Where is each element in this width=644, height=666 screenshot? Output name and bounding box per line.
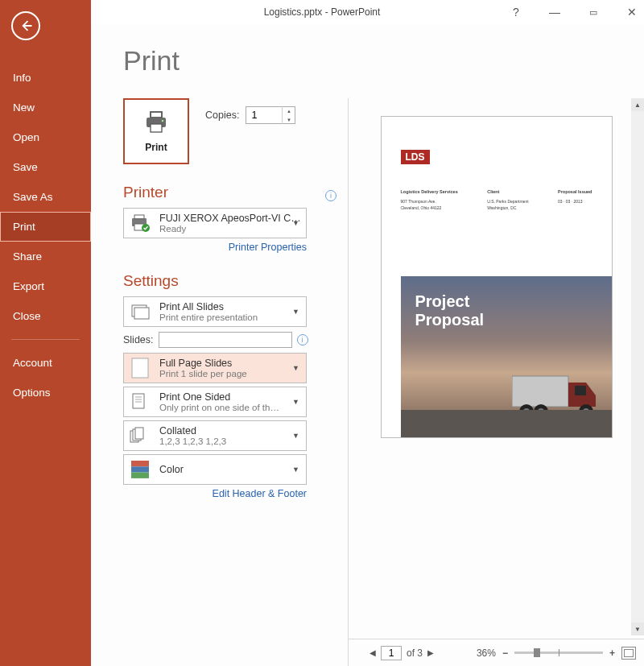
layout-title: Full Page Slides bbox=[159, 358, 301, 369]
svg-rect-22 bbox=[575, 386, 586, 395]
svg-point-24 bbox=[523, 408, 530, 415]
svg-rect-18 bbox=[131, 461, 149, 466]
slides-label: Slides: bbox=[123, 334, 154, 345]
color-selector[interactable]: Color ▼ bbox=[123, 454, 307, 485]
sidebar-item-open[interactable]: Open bbox=[0, 122, 91, 152]
svg-point-26 bbox=[538, 408, 544, 415]
page-total: of 3 bbox=[407, 647, 423, 659]
duplex-selector[interactable]: Print One Sided Only print on one side o… bbox=[123, 387, 307, 417]
color-title: Color bbox=[159, 464, 301, 475]
copies-up[interactable]: ▲ bbox=[283, 106, 295, 115]
svg-rect-17 bbox=[135, 428, 143, 439]
chevron-down-icon: ▼ bbox=[292, 308, 299, 316]
svg-rect-9 bbox=[134, 308, 149, 319]
collate-selector[interactable]: Collated 1,2,3 1,2,3 1,2,3 ▼ bbox=[123, 420, 307, 451]
page-number-input[interactable] bbox=[381, 646, 402, 660]
preview-page: LDS Logistics Delivery Services907 Thomp… bbox=[381, 116, 613, 438]
svg-rect-10 bbox=[132, 358, 148, 378]
svg-rect-19 bbox=[131, 466, 149, 472]
print-range-sub: Print entire presentation bbox=[159, 312, 301, 322]
window-title: Logistics.pptx - PowerPoint bbox=[264, 6, 381, 18]
svg-rect-20 bbox=[131, 473, 149, 478]
zoom-in[interactable]: + bbox=[609, 647, 615, 659]
sidebar-item-options[interactable]: Options bbox=[0, 378, 91, 407]
sidebar-item-export[interactable]: Export bbox=[0, 271, 91, 301]
printer-info-icon[interactable]: i bbox=[325, 190, 336, 201]
zoom-out[interactable]: − bbox=[502, 647, 508, 659]
print-button[interactable]: Print bbox=[123, 98, 189, 164]
preview-title-line1: Project bbox=[415, 292, 470, 310]
slides-input[interactable] bbox=[159, 332, 292, 348]
sidebar-item-print[interactable]: Print bbox=[0, 212, 91, 242]
prev-page[interactable]: ◀ bbox=[369, 648, 376, 657]
zoom-controls: 36% − + bbox=[477, 647, 636, 660]
printer-icon bbox=[143, 110, 169, 135]
print-button-label: Print bbox=[145, 142, 167, 153]
zoom-value: 36% bbox=[477, 647, 496, 659]
preview-col1-head: Logistics Delivery Services bbox=[401, 188, 458, 196]
svg-point-23 bbox=[519, 404, 534, 419]
sidebar-item-share[interactable]: Share bbox=[0, 242, 91, 271]
scroll-up[interactable]: ▲ bbox=[631, 98, 644, 111]
preview-status-bar: ◀ of 3 ▶ 36% − + bbox=[349, 639, 644, 666]
sidebar-item-new[interactable]: New bbox=[0, 93, 91, 122]
collate-sub: 1,2,3 1,2,3 1,2,3 bbox=[159, 436, 301, 446]
restore-button[interactable]: ▭ bbox=[586, 5, 601, 19]
svg-rect-0 bbox=[151, 112, 162, 118]
next-page[interactable]: ▶ bbox=[427, 648, 434, 657]
lds-logo: LDS bbox=[401, 150, 430, 164]
page-navigator: ◀ of 3 ▶ bbox=[369, 646, 434, 660]
print-preview-pane: LDS Logistics Delivery Services907 Thomp… bbox=[348, 98, 644, 666]
sidebar-item-info[interactable]: Info bbox=[0, 63, 91, 93]
sidebar-item-save-as[interactable]: Save As bbox=[0, 182, 91, 212]
scroll-down[interactable]: ▼ bbox=[631, 623, 644, 635]
close-button[interactable]: ✕ bbox=[625, 5, 639, 19]
layout-selector[interactable]: Full Page Slides Print 1 slide per page … bbox=[123, 353, 307, 383]
minimize-button[interactable]: — bbox=[547, 5, 562, 19]
backstage-main: Print Print Copies: bbox=[91, 24, 644, 666]
chevron-down-icon: ▼ bbox=[292, 398, 299, 406]
zoom-fit[interactable] bbox=[621, 647, 636, 660]
svg-rect-2 bbox=[151, 124, 162, 132]
printer-status-icon bbox=[129, 212, 151, 234]
copies-input[interactable] bbox=[246, 108, 282, 122]
preview-photo: Project Proposal bbox=[401, 276, 612, 437]
collated-icon bbox=[129, 424, 151, 447]
print-settings-column: Print Copies: ▲ ▼ Printer i bbox=[91, 98, 348, 666]
sidebar-item-close[interactable]: Close bbox=[0, 301, 91, 331]
sidebar-divider bbox=[11, 339, 80, 340]
zoom-slider[interactable] bbox=[514, 652, 603, 654]
preview-col2-head: Client bbox=[487, 188, 528, 196]
sidebar-item-save[interactable]: Save bbox=[0, 152, 91, 182]
copies-down[interactable]: ▼ bbox=[283, 115, 295, 124]
svg-rect-11 bbox=[133, 394, 144, 408]
chevron-down-icon: ▼ bbox=[292, 432, 299, 440]
print-range-selector[interactable]: Print All Slides Print entire presentati… bbox=[123, 296, 307, 327]
edit-header-footer-link[interactable]: Edit Header & Footer bbox=[123, 488, 307, 499]
slides-info-icon[interactable]: i bbox=[297, 334, 308, 345]
svg-point-25 bbox=[534, 404, 548, 419]
duplex-title: Print One Sided bbox=[159, 391, 301, 403]
copies-label: Copies: bbox=[205, 110, 239, 121]
printer-heading: Printer bbox=[123, 184, 168, 201]
settings-heading: Settings bbox=[123, 272, 179, 290]
preview-title-line2: Proposal bbox=[415, 311, 485, 329]
copies-spinner[interactable]: ▲ ▼ bbox=[246, 106, 295, 124]
help-button[interactable]: ? bbox=[509, 5, 523, 19]
printer-selector[interactable]: FUJI XEROX ApeosPort-VI C3… Ready ▼ bbox=[123, 208, 307, 238]
backstage-sidebar: Info New Open Save Save As Print Share E… bbox=[0, 0, 91, 666]
truck-icon bbox=[512, 368, 609, 424]
duplex-sub: Only print on one side of th… bbox=[159, 403, 301, 412]
svg-rect-21 bbox=[512, 376, 568, 407]
svg-point-3 bbox=[162, 120, 164, 122]
back-button[interactable] bbox=[11, 11, 40, 40]
back-arrow-icon bbox=[18, 18, 34, 34]
collate-title: Collated bbox=[159, 425, 301, 436]
printer-properties-link[interactable]: Printer Properties bbox=[123, 242, 307, 253]
full-page-icon bbox=[129, 357, 151, 379]
sidebar-item-account[interactable]: Account bbox=[0, 348, 91, 378]
chevron-down-icon: ▼ bbox=[292, 364, 299, 372]
preview-scrollbar[interactable]: ▲ ▼ bbox=[631, 98, 644, 635]
slides-stack-icon bbox=[129, 300, 151, 323]
printer-status: Ready bbox=[159, 224, 301, 234]
